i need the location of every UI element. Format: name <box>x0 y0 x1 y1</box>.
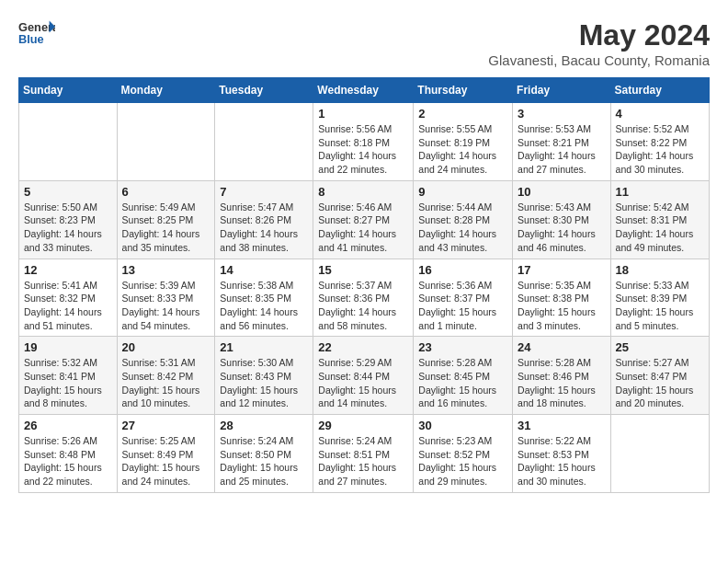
calendar-week-row: 19Sunrise: 5:32 AM Sunset: 8:41 PM Dayli… <box>19 337 710 415</box>
day-info: Sunrise: 5:50 AM Sunset: 8:23 PM Dayligh… <box>24 201 112 255</box>
day-number: 12 <box>24 263 112 277</box>
svg-text:Blue: Blue <box>18 32 44 46</box>
calendar-cell <box>117 103 215 181</box>
day-number: 15 <box>318 263 408 277</box>
calendar-cell: 12Sunrise: 5:41 AM Sunset: 8:32 PM Dayli… <box>19 259 118 337</box>
day-info: Sunrise: 5:41 AM Sunset: 8:32 PM Dayligh… <box>24 279 112 333</box>
day-info: Sunrise: 5:35 AM Sunset: 8:38 PM Dayligh… <box>518 279 606 333</box>
calendar-cell: 22Sunrise: 5:29 AM Sunset: 8:44 PM Dayli… <box>313 337 414 415</box>
day-number: 31 <box>518 419 606 432</box>
day-number: 28 <box>220 419 308 432</box>
day-number: 21 <box>220 340 308 354</box>
day-info: Sunrise: 5:28 AM Sunset: 8:45 PM Dayligh… <box>418 356 507 410</box>
day-info: Sunrise: 5:43 AM Sunset: 8:30 PM Dayligh… <box>518 201 606 255</box>
day-info: Sunrise: 5:22 AM Sunset: 8:53 PM Dayligh… <box>518 434 606 488</box>
day-number: 13 <box>122 263 210 277</box>
day-of-week-header: Sunday <box>19 78 118 103</box>
day-info: Sunrise: 5:44 AM Sunset: 8:28 PM Dayligh… <box>418 201 507 255</box>
calendar-cell: 7Sunrise: 5:47 AM Sunset: 8:26 PM Daylig… <box>215 180 313 259</box>
day-number: 16 <box>418 263 507 277</box>
day-info: Sunrise: 5:37 AM Sunset: 8:36 PM Dayligh… <box>318 279 408 333</box>
day-info: Sunrise: 5:52 AM Sunset: 8:22 PM Dayligh… <box>616 122 704 177</box>
day-number: 25 <box>616 340 704 354</box>
day-info: Sunrise: 5:46 AM Sunset: 8:27 PM Dayligh… <box>318 201 408 255</box>
calendar-cell: 11Sunrise: 5:42 AM Sunset: 8:31 PM Dayli… <box>610 180 709 259</box>
calendar-cell: 14Sunrise: 5:38 AM Sunset: 8:35 PM Dayli… <box>215 259 313 337</box>
day-info: Sunrise: 5:56 AM Sunset: 8:18 PM Dayligh… <box>318 122 408 177</box>
day-info: Sunrise: 5:29 AM Sunset: 8:44 PM Dayligh… <box>318 356 408 410</box>
calendar-cell: 27Sunrise: 5:25 AM Sunset: 8:49 PM Dayli… <box>117 415 215 493</box>
day-of-week-header: Wednesday <box>313 78 414 103</box>
calendar-cell: 31Sunrise: 5:22 AM Sunset: 8:53 PM Dayli… <box>513 415 611 493</box>
day-number: 20 <box>122 340 210 354</box>
day-info: Sunrise: 5:31 AM Sunset: 8:42 PM Dayligh… <box>122 356 210 410</box>
day-number: 8 <box>318 185 408 199</box>
calendar-cell: 26Sunrise: 5:26 AM Sunset: 8:48 PM Dayli… <box>19 415 118 493</box>
calendar-cell: 15Sunrise: 5:37 AM Sunset: 8:36 PM Dayli… <box>313 259 414 337</box>
calendar-cell: 13Sunrise: 5:39 AM Sunset: 8:33 PM Dayli… <box>117 259 215 337</box>
day-info: Sunrise: 5:23 AM Sunset: 8:52 PM Dayligh… <box>418 434 507 488</box>
day-number: 7 <box>220 185 308 199</box>
day-info: Sunrise: 5:33 AM Sunset: 8:39 PM Dayligh… <box>616 279 704 333</box>
calendar-cell <box>215 103 313 181</box>
day-info: Sunrise: 5:28 AM Sunset: 8:46 PM Dayligh… <box>518 356 606 410</box>
calendar-week-row: 26Sunrise: 5:26 AM Sunset: 8:48 PM Dayli… <box>19 415 710 493</box>
calendar-cell: 28Sunrise: 5:24 AM Sunset: 8:50 PM Dayli… <box>215 415 313 493</box>
day-number: 19 <box>24 340 112 354</box>
calendar-cell: 9Sunrise: 5:44 AM Sunset: 8:28 PM Daylig… <box>414 180 513 259</box>
day-number: 3 <box>518 107 606 121</box>
calendar-cell: 8Sunrise: 5:46 AM Sunset: 8:27 PM Daylig… <box>313 180 414 259</box>
day-number: 24 <box>518 340 606 354</box>
day-of-week-header: Friday <box>513 78 611 103</box>
calendar-cell <box>19 103 118 181</box>
day-info: Sunrise: 5:47 AM Sunset: 8:26 PM Dayligh… <box>220 201 308 255</box>
logo: General Blue <box>18 18 55 46</box>
calendar-week-row: 1Sunrise: 5:56 AM Sunset: 8:18 PM Daylig… <box>19 103 710 181</box>
day-number: 30 <box>418 419 507 432</box>
day-info: Sunrise: 5:49 AM Sunset: 8:25 PM Dayligh… <box>122 201 210 255</box>
day-of-week-header: Monday <box>117 78 215 103</box>
calendar-cell: 24Sunrise: 5:28 AM Sunset: 8:46 PM Dayli… <box>513 337 611 415</box>
calendar-cell: 25Sunrise: 5:27 AM Sunset: 8:47 PM Dayli… <box>610 337 709 415</box>
calendar-week-row: 12Sunrise: 5:41 AM Sunset: 8:32 PM Dayli… <box>19 259 710 337</box>
calendar-cell: 6Sunrise: 5:49 AM Sunset: 8:25 PM Daylig… <box>117 180 215 259</box>
day-info: Sunrise: 5:53 AM Sunset: 8:21 PM Dayligh… <box>518 122 606 177</box>
day-info: Sunrise: 5:25 AM Sunset: 8:49 PM Dayligh… <box>122 434 210 488</box>
day-number: 10 <box>518 185 606 199</box>
day-number: 6 <box>122 185 210 199</box>
calendar-week-row: 5Sunrise: 5:50 AM Sunset: 8:23 PM Daylig… <box>19 180 710 259</box>
title-section: May 2024 Glavanesti, Bacau County, Roman… <box>488 18 710 68</box>
day-of-week-header: Thursday <box>414 78 513 103</box>
calendar-cell: 20Sunrise: 5:31 AM Sunset: 8:42 PM Dayli… <box>117 337 215 415</box>
day-number: 5 <box>24 185 112 199</box>
day-info: Sunrise: 5:36 AM Sunset: 8:37 PM Dayligh… <box>418 279 507 333</box>
day-of-week-header: Saturday <box>610 78 709 103</box>
day-info: Sunrise: 5:24 AM Sunset: 8:50 PM Dayligh… <box>220 434 308 488</box>
calendar-cell: 29Sunrise: 5:24 AM Sunset: 8:51 PM Dayli… <box>313 415 414 493</box>
day-of-week-header: Tuesday <box>215 78 313 103</box>
calendar-cell: 1Sunrise: 5:56 AM Sunset: 8:18 PM Daylig… <box>313 103 414 181</box>
calendar-cell: 3Sunrise: 5:53 AM Sunset: 8:21 PM Daylig… <box>513 103 611 181</box>
day-number: 9 <box>418 185 507 199</box>
calendar-cell: 2Sunrise: 5:55 AM Sunset: 8:19 PM Daylig… <box>414 103 513 181</box>
day-info: Sunrise: 5:32 AM Sunset: 8:41 PM Dayligh… <box>24 356 112 410</box>
day-info: Sunrise: 5:42 AM Sunset: 8:31 PM Dayligh… <box>616 201 704 255</box>
day-info: Sunrise: 5:26 AM Sunset: 8:48 PM Dayligh… <box>24 434 112 488</box>
day-number: 17 <box>518 263 606 277</box>
day-number: 29 <box>318 419 408 432</box>
calendar-cell: 17Sunrise: 5:35 AM Sunset: 8:38 PM Dayli… <box>513 259 611 337</box>
calendar-cell: 10Sunrise: 5:43 AM Sunset: 8:30 PM Dayli… <box>513 180 611 259</box>
day-info: Sunrise: 5:30 AM Sunset: 8:43 PM Dayligh… <box>220 356 308 410</box>
location: Glavanesti, Bacau County, Romania <box>488 52 710 68</box>
calendar-cell: 4Sunrise: 5:52 AM Sunset: 8:22 PM Daylig… <box>610 103 709 181</box>
logo-icon: General Blue <box>18 18 55 46</box>
day-number: 11 <box>616 185 704 199</box>
day-number: 27 <box>122 419 210 432</box>
page-header: General Blue May 2024 Glavanesti, Bacau … <box>18 18 710 68</box>
day-info: Sunrise: 5:24 AM Sunset: 8:51 PM Dayligh… <box>318 434 408 488</box>
day-number: 4 <box>616 107 704 121</box>
calendar-cell: 16Sunrise: 5:36 AM Sunset: 8:37 PM Dayli… <box>414 259 513 337</box>
day-info: Sunrise: 5:39 AM Sunset: 8:33 PM Dayligh… <box>122 279 210 333</box>
day-info: Sunrise: 5:55 AM Sunset: 8:19 PM Dayligh… <box>418 122 507 177</box>
day-number: 2 <box>418 107 507 121</box>
